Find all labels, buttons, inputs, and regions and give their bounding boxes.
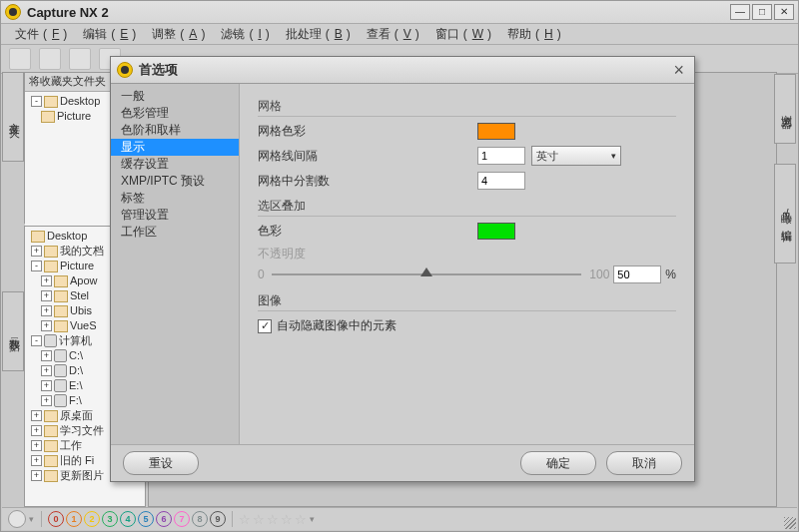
menu-file[interactable]: 文件(F)	[7, 25, 71, 44]
nav-item-cache[interactable]: 缓存设置	[111, 156, 239, 173]
menu-help[interactable]: 帮助(H)	[499, 25, 565, 44]
left-tab-folders[interactable]: 文件夹	[2, 72, 24, 162]
ok-button[interactable]: 确定	[520, 451, 596, 475]
dialog-logo-icon	[117, 62, 133, 78]
dialog-nav: 一般 色彩管理 色阶和取样 显示 缓存设置 XMP/IPTC 预设 标签 管理设…	[111, 84, 240, 444]
gear-icon[interactable]	[8, 510, 26, 528]
star-icon[interactable]: ☆	[267, 512, 279, 527]
grid-spacing-input[interactable]	[477, 147, 525, 165]
right-tab-birdseye[interactable]: 鸟瞰/编辑	[774, 164, 796, 264]
label-dot-3[interactable]: 3	[102, 511, 118, 527]
dialog-footer: 重设 确定 取消	[111, 444, 694, 481]
cancel-button[interactable]: 取消	[606, 451, 682, 475]
grid-color-swatch[interactable]	[477, 123, 515, 140]
grid-color-label: 网格色彩	[258, 123, 477, 140]
nav-item-display[interactable]: 显示	[111, 139, 239, 156]
auto-hide-label: 自动隐藏图像中的元素	[277, 317, 397, 334]
grid-spacing-label: 网格线间隔	[258, 148, 477, 165]
grid-subdiv-input[interactable]	[477, 172, 525, 190]
app-title: Capture NX 2	[27, 5, 109, 20]
app-logo-icon	[5, 4, 21, 20]
nav-item-xmp[interactable]: XMP/IPTC 预设	[111, 173, 239, 190]
dialog-title: 首选项	[139, 61, 178, 79]
overlay-color-label: 色彩	[258, 223, 477, 240]
star-icon[interactable]: ☆	[281, 512, 293, 527]
label-dot-9[interactable]: 9	[210, 511, 226, 527]
nav-item-color[interactable]: 色彩管理	[111, 105, 239, 122]
label-dot-8[interactable]: 8	[192, 511, 208, 527]
favorites-title: 将收藏夹文件夹	[29, 75, 106, 87]
section-image: 图像	[258, 292, 676, 311]
label-dot-1[interactable]: 1	[66, 511, 82, 527]
left-tab-metadata[interactable]: 元数据	[2, 291, 24, 371]
label-dot-2[interactable]: 2	[84, 511, 100, 527]
star-icon[interactable]: ☆	[239, 512, 251, 527]
opacity-input[interactable]	[613, 266, 661, 283]
app-window: Capture NX 2 — □ ✕ 文件(F) 编辑(E) 调整(A) 滤镜(…	[0, 0, 799, 532]
dialog-content: 网格 网格色彩 网格线间隔 英寸▾ 网格中分割数 选区叠加 色彩	[240, 84, 694, 444]
nav-item-workspace[interactable]: 工作区	[111, 224, 239, 241]
nav-item-general[interactable]: 一般	[111, 88, 239, 105]
section-grid: 网格	[258, 98, 676, 117]
overlay-color-swatch[interactable]	[477, 223, 515, 240]
label-dot-5[interactable]: 5	[138, 511, 154, 527]
opacity-min: 0	[258, 267, 272, 281]
nav-item-levels[interactable]: 色阶和取样	[111, 122, 239, 139]
toolbar-button[interactable]	[69, 48, 91, 70]
dialog-close-button[interactable]: ×	[669, 60, 688, 81]
maximize-button[interactable]: □	[752, 4, 772, 20]
nav-item-labels[interactable]: 标签	[111, 190, 239, 207]
dropdown-icon[interactable]: ▾	[309, 514, 316, 524]
titlebar: Capture NX 2 — □ ✕	[1, 1, 798, 24]
percent-label: %	[665, 267, 676, 281]
auto-hide-checkbox[interactable]: ✓	[258, 319, 272, 333]
menu-filter[interactable]: 滤镜(I)	[213, 25, 273, 44]
toolbar-button[interactable]	[9, 48, 31, 70]
dialog-titlebar: 首选项 ×	[111, 57, 694, 84]
overlay-opacity-label: 不透明度	[258, 246, 477, 263]
menu-batch[interactable]: 批处理(B)	[278, 25, 355, 44]
label-dot-6[interactable]: 6	[156, 511, 172, 527]
menu-window[interactable]: 窗口(W)	[427, 25, 495, 44]
preferences-dialog: 首选项 × 一般 色彩管理 色阶和取样 显示 缓存设置 XMP/IPTC 预设 …	[110, 56, 695, 482]
menu-view[interactable]: 查看(V)	[359, 25, 423, 44]
opacity-slider[interactable]	[272, 273, 581, 275]
label-dot-4[interactable]: 4	[120, 511, 136, 527]
menubar: 文件(F) 编辑(E) 调整(A) 滤镜(I) 批处理(B) 查看(V) 窗口(…	[1, 24, 798, 45]
right-tab-browser[interactable]: 浏览器	[774, 74, 796, 144]
opacity-max: 100	[585, 267, 609, 281]
status-bar: ▾ 0123456789 ☆ ☆ ☆ ☆ ☆ ▾	[2, 507, 797, 530]
toolbar-button[interactable]	[39, 48, 61, 70]
chevron-down-icon: ▾	[611, 151, 616, 161]
reset-button[interactable]: 重设	[123, 451, 199, 475]
section-overlay: 选区叠加	[258, 198, 676, 217]
grid-subdiv-label: 网格中分割数	[258, 173, 477, 190]
star-icon[interactable]: ☆	[295, 512, 307, 527]
minimize-button[interactable]: —	[730, 4, 750, 20]
nav-item-manage[interactable]: 管理设置	[111, 207, 239, 224]
grid-unit-select[interactable]: 英寸▾	[531, 146, 621, 166]
label-dot-0[interactable]: 0	[48, 511, 64, 527]
resize-grip-icon[interactable]	[784, 517, 796, 529]
close-button[interactable]: ✕	[774, 4, 794, 20]
menu-adjust[interactable]: 调整(A)	[144, 25, 209, 44]
menu-edit[interactable]: 编辑(E)	[75, 25, 140, 44]
star-icon[interactable]: ☆	[253, 512, 265, 527]
label-dot-7[interactable]: 7	[174, 511, 190, 527]
slider-thumb-icon[interactable]	[420, 267, 432, 276]
dropdown-icon[interactable]: ▾	[28, 514, 35, 524]
